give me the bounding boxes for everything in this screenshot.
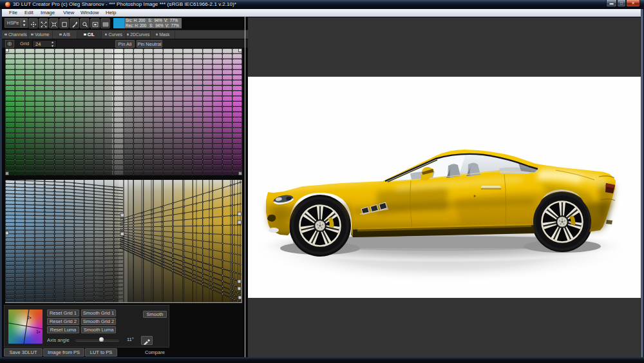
svg-text:1•: 1• [36, 329, 41, 334]
svg-text:2•: 2• [27, 315, 32, 320]
